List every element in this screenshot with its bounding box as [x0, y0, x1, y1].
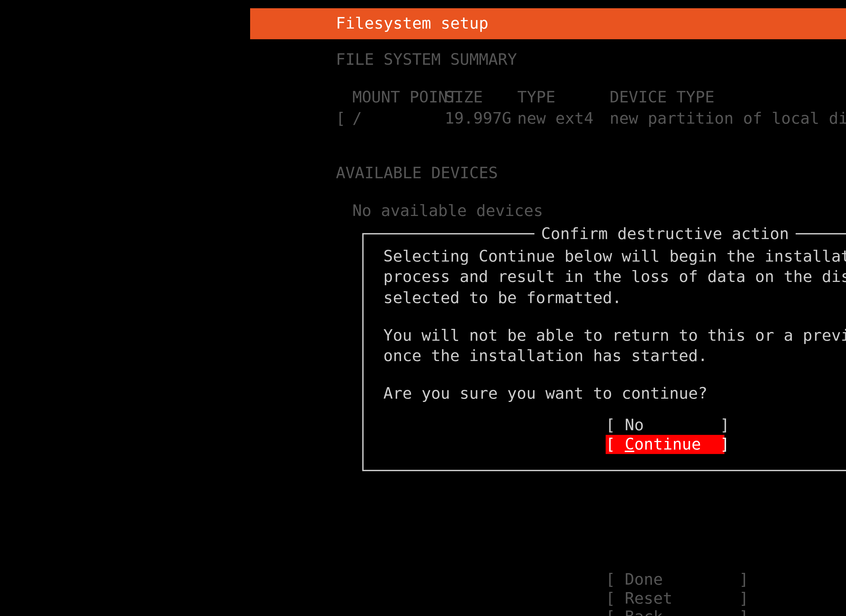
no-available-devices: No available devices: [336, 201, 846, 221]
row-size: 19.997G: [445, 108, 517, 129]
dialog-paragraph-3: Are you sure you want to continue?: [383, 384, 846, 404]
col-mount-header: MOUNT POINT: [336, 88, 445, 108]
no-button[interactable]: [ No ]: [606, 416, 724, 435]
dialog-paragraph-1: Selecting Continue below will begin the …: [383, 246, 846, 308]
fs-summary-columns: MOUNT POINT SIZE TYPE DEVICE TYPE: [336, 88, 846, 108]
row-mount: /: [352, 108, 445, 129]
fs-summary-heading: FILE SYSTEM SUMMARY: [336, 50, 846, 70]
dialog-title: Confirm destructive action: [535, 225, 796, 243]
dialog-paragraph-2: You will not be able to return to this o…: [383, 325, 846, 367]
col-size-header: SIZE: [445, 88, 517, 108]
available-devices-heading: AVAILABLE DEVICES: [336, 163, 846, 183]
continue-button[interactable]: [ Continue ]: [606, 435, 724, 454]
page-title: Filesystem setup: [250, 13, 488, 34]
done-button[interactable]: [ Done ]: [606, 570, 724, 589]
col-type-header: TYPE: [517, 88, 610, 108]
reset-button[interactable]: [ Reset ]: [606, 589, 724, 608]
back-button[interactable]: [ Back ]: [606, 608, 724, 616]
row-bracket-open: [: [336, 108, 352, 129]
confirm-dialog: Confirm destructive action Selecting Con…: [362, 233, 846, 471]
row-type: new ext4: [517, 108, 610, 129]
row-device: new partition of local disk: [610, 108, 846, 129]
fs-summary-row[interactable]: [ / 19.997G new ext4 new partition of lo…: [336, 108, 846, 129]
col-device-header: DEVICE TYPE: [610, 88, 846, 108]
header-bar: Filesystem setup [ Help ]: [250, 8, 846, 39]
